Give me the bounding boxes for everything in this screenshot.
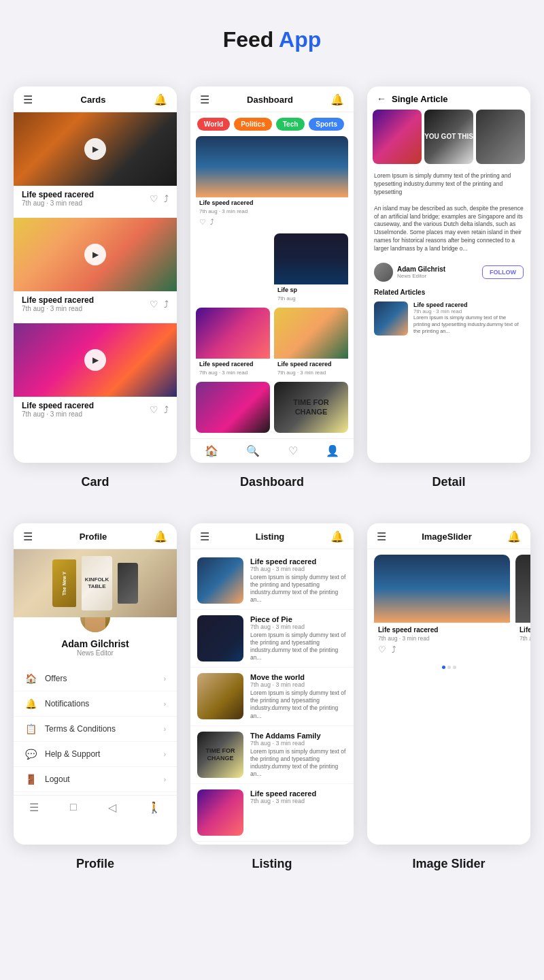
slider-share-1[interactable]: ⤴ bbox=[392, 644, 396, 655]
tag-politics[interactable]: Politics bbox=[234, 118, 272, 131]
listing-thumb-2 bbox=[197, 615, 243, 662]
listing-body: Life speed racered 7th aug · 3 min read … bbox=[190, 549, 354, 845]
menu-item-terms[interactable]: 📋 Terms & Conditions › bbox=[14, 717, 177, 742]
books-overlay: The New Y KINFOLK TABLE bbox=[14, 549, 177, 617]
card-title-2: Life speed racered bbox=[22, 295, 94, 305]
menu-item-offers[interactable]: 🏠 Offers › bbox=[14, 666, 177, 691]
dash-r2r-title: Life speed racered bbox=[274, 359, 348, 370]
slider-bell-icon[interactable]: 🔔 bbox=[507, 530, 521, 543]
bell-icon[interactable]: 🔔 bbox=[154, 93, 167, 106]
like-icon-1[interactable]: ♡ bbox=[150, 193, 158, 204]
dash-nav-search[interactable]: 🔍 bbox=[246, 444, 260, 457]
profile-cover-image: The New Y KINFOLK TABLE bbox=[14, 549, 177, 617]
dash-grid: Life speed racered 7th aug · 3 min read … bbox=[190, 136, 354, 438]
chevron-icon-terms: › bbox=[164, 725, 166, 733]
notification-icon: 🔔 bbox=[24, 698, 37, 709]
menu-label-help: Help & Support bbox=[45, 749, 156, 759]
dash-r3r-image: TIME FOR CHANGE bbox=[274, 382, 348, 433]
tag-sports[interactable]: Sports bbox=[309, 118, 344, 131]
listing-item-3: Move the world 7th aug · 3 min read Lore… bbox=[190, 668, 354, 725]
slider-phone-header: ☰ ImageSlider 🔔 bbox=[367, 523, 530, 549]
detail-text-2: An island may be described as such, desp… bbox=[367, 202, 530, 256]
home-icon: 🏠 bbox=[24, 673, 37, 684]
dash-item-r3r: TIME FOR CHANGE bbox=[274, 382, 348, 433]
listing-item-5: Life speed racered 7th aug · 3 min read bbox=[190, 784, 354, 842]
card-title-1: Life speed racered bbox=[22, 190, 94, 199]
slider-body: Life speed racered 7th aug · 3 min read … bbox=[367, 549, 530, 672]
dash-nav-home[interactable]: 🏠 bbox=[205, 444, 218, 457]
card-actions-2: ♡ ⤴ bbox=[150, 299, 169, 310]
dash-wide-image bbox=[196, 136, 348, 197]
profile-bell-icon[interactable]: 🔔 bbox=[154, 530, 167, 543]
menu-label-notifications: Notifications bbox=[45, 699, 156, 708]
profile-nav-menu[interactable]: ☰ bbox=[29, 801, 39, 814]
share-icon-1[interactable]: ⤴ bbox=[164, 193, 169, 204]
dash-share-icon-1[interactable]: ⤴ bbox=[210, 218, 214, 227]
related-item-sub: 7th aug · 3 min read bbox=[413, 308, 524, 314]
slider-like-1[interactable]: ♡ bbox=[378, 644, 386, 655]
slider-hamburger-icon[interactable]: ☰ bbox=[377, 530, 386, 543]
listing-sub-2: 7th aug · 3 min read bbox=[250, 623, 347, 630]
profile-hamburger-icon[interactable]: ☰ bbox=[23, 530, 33, 543]
dash-nav-heart[interactable]: ♡ bbox=[288, 444, 298, 457]
card-title-3: Life speed racered bbox=[22, 401, 94, 410]
dash-like-icon-1[interactable]: ♡ bbox=[199, 218, 206, 227]
detail-avatar bbox=[374, 263, 393, 282]
detail-author-name: Adam Gilchrist bbox=[397, 265, 482, 273]
card-sub-1: 7th aug · 3 min read bbox=[22, 199, 94, 207]
menu-item-logout[interactable]: 🚪 Logout › bbox=[14, 767, 177, 792]
dot-3 bbox=[453, 666, 456, 669]
detail-author-role: News Editor bbox=[397, 273, 482, 279]
dot-2 bbox=[447, 666, 451, 669]
menu-label-logout: Logout bbox=[45, 774, 156, 784]
listing-sub-4: 7th aug · 3 min read bbox=[250, 740, 347, 747]
dash-item-r3l bbox=[196, 382, 270, 433]
dash-right-sub: 7th aug bbox=[274, 295, 348, 304]
slider-img-1 bbox=[374, 555, 510, 623]
profile-nav-back[interactable]: ◁ bbox=[108, 801, 116, 814]
hamburger-icon[interactable]: ☰ bbox=[23, 93, 33, 106]
slider-phone: ☰ ImageSlider 🔔 Life speed racered 7th a… bbox=[367, 523, 530, 845]
share-icon-3[interactable]: ⤴ bbox=[164, 404, 169, 415]
profile-nav-person[interactable]: 🚶 bbox=[148, 801, 161, 814]
slider-actions-1: ♡ ⤴ bbox=[374, 644, 510, 659]
dash-hamburger-icon[interactable]: ☰ bbox=[200, 93, 209, 106]
card-phone: ☰ Cards 🔔 ▶ Life speed racered 7th aug ·… bbox=[14, 86, 177, 463]
card-sub-3: 7th aug · 3 min read bbox=[22, 410, 94, 418]
listing-hamburger-icon[interactable]: ☰ bbox=[200, 530, 209, 543]
like-icon-2[interactable]: ♡ bbox=[150, 299, 158, 310]
listing-bell-icon[interactable]: 🔔 bbox=[330, 530, 344, 543]
menu-item-notifications[interactable]: 🔔 Notifications › bbox=[14, 691, 177, 717]
follow-button[interactable]: FOLLOW bbox=[482, 265, 524, 279]
terms-icon: 📋 bbox=[24, 723, 37, 734]
label-profile: Profile bbox=[14, 857, 177, 871]
dash-nav-profile[interactable]: 👤 bbox=[326, 444, 339, 457]
dash-bell-icon[interactable]: 🔔 bbox=[330, 93, 344, 106]
related-item-title: Life speed racered bbox=[413, 301, 524, 308]
card-meta-2: Life speed racered 7th aug · 3 min read … bbox=[14, 291, 177, 315]
row2-labels: Profile Listing Image Slider bbox=[0, 851, 544, 892]
listing-thumb-5 bbox=[197, 789, 243, 836]
listing-title-5: Life speed racered bbox=[250, 789, 347, 798]
listing-item-4: TIME FOR CHANGE The Addams Family 7th au… bbox=[190, 726, 354, 784]
tag-tech[interactable]: Tech bbox=[276, 118, 305, 131]
tag-world[interactable]: World bbox=[197, 118, 230, 131]
listing-thumb-1 bbox=[197, 557, 243, 604]
profile-bottom-nav: ☰ □ ◁ 🚶 bbox=[14, 795, 177, 819]
dash-item-r2l: Life speed racered 7th aug · 3 min read bbox=[196, 308, 270, 378]
slider-track: Life speed racered 7th aug · 3 min read … bbox=[367, 555, 530, 664]
slider-caption-2: Life s bbox=[515, 623, 530, 635]
like-icon-3[interactable]: ♡ bbox=[150, 404, 158, 415]
slider-sub-1: 7th aug · 3 min read bbox=[374, 635, 510, 644]
menu-label-terms: Terms & Conditions bbox=[45, 724, 156, 734]
menu-item-help[interactable]: 💬 Help & Support › bbox=[14, 742, 177, 767]
play-button-3[interactable]: ▶ bbox=[84, 349, 106, 371]
detail-back-button[interactable]: ← bbox=[377, 93, 386, 104]
play-button-2[interactable]: ▶ bbox=[84, 244, 106, 265]
play-button-1[interactable]: ▶ bbox=[84, 138, 106, 160]
chevron-icon-help: › bbox=[164, 751, 166, 758]
share-icon-2[interactable]: ⤴ bbox=[164, 299, 169, 310]
profile-phone: ☰ Profile 🔔 The New Y KINFOLK TABLE Adam… bbox=[14, 523, 177, 845]
profile-nav-bookmark[interactable]: □ bbox=[70, 801, 77, 814]
book-stack-1: The New Y bbox=[52, 559, 76, 607]
